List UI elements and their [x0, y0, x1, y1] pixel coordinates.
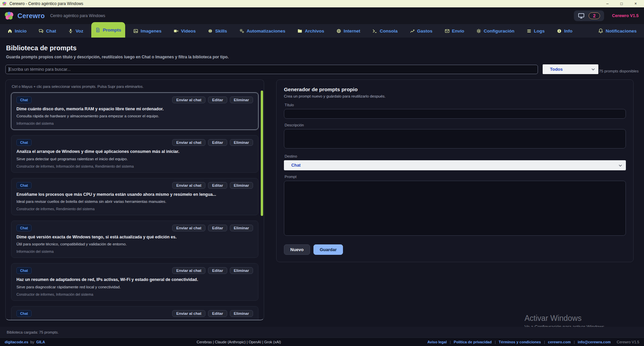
- descripcion-field[interactable]: [284, 129, 626, 149]
- gears-icon: [239, 28, 244, 34]
- save-button[interactable]: Guardar: [313, 244, 343, 255]
- destino-label: Destino: [285, 154, 626, 158]
- prompt-card[interactable]: ChatEnviar al chatEditarEliminarCrea una…: [11, 306, 258, 320]
- card-description: Sirve para diagnosticar rápidamente red …: [16, 285, 238, 289]
- nav-tab-logs[interactable]: Logs: [523, 24, 549, 38]
- delete-button[interactable]: Eliminar: [230, 267, 253, 274]
- titulo-field[interactable]: [284, 109, 626, 119]
- card-type-badge: Chat: [16, 182, 32, 189]
- globe-icon: [336, 28, 341, 34]
- edit-button[interactable]: Editar: [208, 310, 227, 317]
- card-title: Haz un resumen de adaptadores de red, IP…: [16, 277, 236, 283]
- send-to-chat-button[interactable]: Enviar al chat: [172, 97, 205, 103]
- delete-button[interactable]: Eliminar: [230, 139, 253, 146]
- nav-tab-prompts[interactable]: Prompts: [91, 22, 125, 38]
- nav-tab-inicio[interactable]: Inicio: [3, 24, 31, 38]
- prompt-field[interactable]: [284, 181, 626, 236]
- chart-icon: [410, 28, 415, 34]
- edit-button[interactable]: Editar: [208, 225, 227, 231]
- nav-tab-envio[interactable]: Envío: [441, 24, 468, 38]
- footer-separator: |: [571, 340, 578, 344]
- footer-link[interactable]: Aviso legal: [428, 340, 447, 344]
- card-type-badge: Chat: [16, 139, 32, 146]
- footer-link[interactable]: Términos y condiciones: [499, 340, 541, 344]
- footer-separator: |: [447, 340, 454, 344]
- chat-icon: [39, 28, 44, 34]
- card-type-badge: Chat: [16, 97, 32, 103]
- page-title: Biblioteca de prompts: [6, 44, 639, 52]
- nav-tab-label: Imagenes: [141, 28, 161, 34]
- card-type-badge: Chat: [16, 310, 32, 317]
- card-title: Crea una plantilla de informe técnico y …: [16, 320, 236, 320]
- nav-tab-label: Chat: [46, 28, 56, 34]
- chevron-down-icon: [618, 164, 622, 167]
- nav-tab-skills[interactable]: Skills: [204, 24, 231, 38]
- nav-tab-consola[interactable]: Consola: [368, 24, 401, 38]
- send-to-chat-button[interactable]: Enviar al chat: [172, 182, 205, 189]
- destino-select-value: Chat: [291, 163, 301, 168]
- monitor-icon: [578, 12, 585, 19]
- nav-tab-chat[interactable]: Chat: [35, 24, 60, 38]
- edit-button[interactable]: Editar: [208, 139, 227, 146]
- nav-tab-configuracion[interactable]: Configuración: [472, 24, 518, 38]
- nav-tab-label: Automatizaciones: [247, 28, 286, 34]
- nav-tab-archivos[interactable]: Archivos: [293, 24, 328, 38]
- nav-tab-gastos[interactable]: Gastos: [406, 24, 437, 38]
- nav-tab-label: Prompts: [103, 27, 121, 33]
- footer-site-link[interactable]: digitacode.es: [5, 340, 28, 344]
- minimize-button[interactable]: –: [600, 0, 614, 7]
- terminal-icon: [372, 28, 377, 34]
- nav-tab-label: Videos: [181, 28, 196, 34]
- prompt-card[interactable]: ChatEnviar al chatEditarEliminarDime qué…: [11, 221, 258, 258]
- footer-link[interactable]: info@cerewra.com: [578, 340, 611, 344]
- maximize-button[interactable]: □: [614, 0, 629, 7]
- descripcion-label: Descripción: [285, 123, 626, 127]
- card-title: Dime cuánto disco duro, memoria RAM y es…: [16, 106, 236, 112]
- scrollbar-thumb[interactable]: [261, 91, 263, 216]
- nav-tab-label: Inicio: [15, 28, 27, 34]
- orb-icon: [208, 28, 213, 34]
- prompt-card[interactable]: ChatEnviar al chatEditarEliminarEnséñame…: [11, 178, 258, 215]
- footer-author-link[interactable]: GILA: [36, 340, 45, 344]
- nav-tab-automatizaciones[interactable]: Automatizaciones: [235, 24, 290, 38]
- new-button[interactable]: Nuevo: [284, 244, 310, 255]
- nav-notifications[interactable]: Notificaciones: [594, 24, 641, 38]
- card-title: Analiza el arranque de Windows y dime qu…: [16, 149, 236, 155]
- destino-select[interactable]: Chat: [284, 160, 626, 170]
- footer-link[interactable]: cerewro.com: [548, 340, 571, 344]
- delete-button[interactable]: Eliminar: [230, 97, 253, 103]
- filter-select[interactable]: Todos: [543, 64, 598, 74]
- nav-tab-imagenes[interactable]: Imagenes: [129, 24, 165, 38]
- send-to-chat-button[interactable]: Enviar al chat: [172, 139, 205, 146]
- delete-button[interactable]: Eliminar: [230, 310, 253, 317]
- prompt-card[interactable]: ChatEnviar al chatEditarEliminarHaz un r…: [11, 263, 258, 300]
- delete-button[interactable]: Eliminar: [230, 225, 253, 231]
- send-to-chat-button[interactable]: Enviar al chat: [172, 225, 205, 231]
- send-to-chat-button[interactable]: Enviar al chat: [172, 310, 205, 317]
- nav-tab-internet[interactable]: Internet: [332, 24, 364, 38]
- footer-link[interactable]: Política de privacidad: [454, 340, 492, 344]
- nav-tab-label: Consola: [380, 28, 397, 34]
- delete-button[interactable]: Eliminar: [230, 182, 253, 189]
- nav-tab-label: Archivos: [305, 28, 324, 34]
- prompt-card[interactable]: ChatEnviar al chatEditarEliminarDime cuá…: [11, 93, 258, 130]
- monitor-selector-button[interactable]: 2: [574, 10, 604, 21]
- edit-button[interactable]: Editar: [208, 97, 227, 103]
- nav-tab-videos[interactable]: Videos: [169, 24, 200, 38]
- send-to-chat-button[interactable]: Enviar al chat: [172, 267, 205, 274]
- footer-providers-text: Cerebras | Claude (Anthropic) | OpenAI |…: [197, 340, 281, 344]
- home-icon: [7, 28, 12, 34]
- footer-separator: |: [492, 340, 499, 344]
- footer-by-text: by: [30, 340, 34, 344]
- multiselect-hint: Ctrl o Mayus + clic para seleccionar var…: [12, 84, 258, 89]
- nav-tab-info[interactable]: Info: [553, 24, 577, 38]
- edit-button[interactable]: Editar: [208, 267, 227, 274]
- mic-icon: [68, 28, 73, 34]
- chevron-down-icon: [591, 68, 595, 71]
- search-input[interactable]: [5, 65, 538, 74]
- close-button[interactable]: ×: [629, 0, 643, 7]
- nav-tab-voz[interactable]: Voz: [64, 24, 87, 38]
- edit-button[interactable]: Editar: [208, 182, 227, 189]
- card-title: Enséñame los procesos que más CPU y memo…: [16, 192, 236, 197]
- prompt-card[interactable]: ChatEnviar al chatEditarEliminarAnaliza …: [11, 135, 258, 172]
